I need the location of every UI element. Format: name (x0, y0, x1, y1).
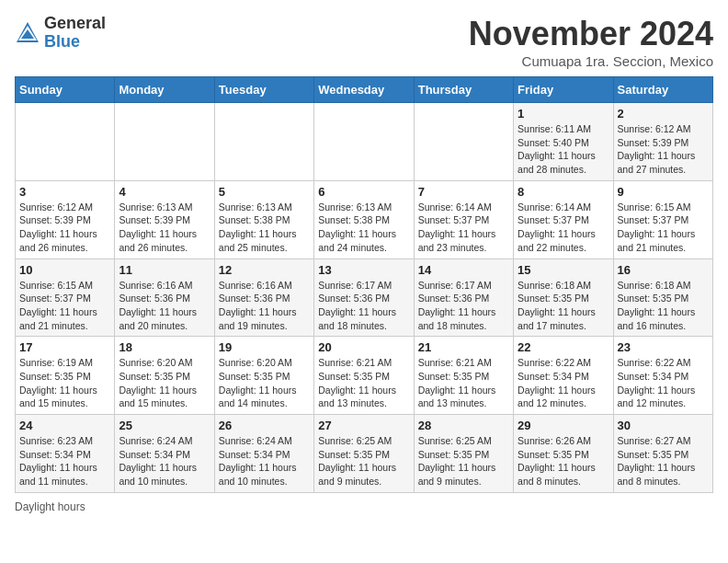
weekday-header-wednesday: Wednesday (314, 77, 414, 103)
calendar-cell: 27Sunrise: 6:25 AM Sunset: 5:35 PM Dayli… (314, 415, 414, 493)
day-info: Sunrise: 6:19 AM Sunset: 5:35 PM Dayligh… (19, 356, 110, 410)
calendar-body: 1Sunrise: 6:11 AM Sunset: 5:40 PM Daylig… (16, 103, 713, 493)
calendar-cell: 3Sunrise: 6:12 AM Sunset: 5:39 PM Daylig… (16, 180, 115, 259)
calendar-cell: 21Sunrise: 6:21 AM Sunset: 5:35 PM Dayli… (414, 337, 513, 415)
day-number: 9 (618, 185, 709, 199)
calendar-cell: 5Sunrise: 6:13 AM Sunset: 5:38 PM Daylig… (214, 180, 313, 259)
calendar-cell (16, 103, 115, 181)
day-info: Sunrise: 6:17 AM Sunset: 5:36 PM Dayligh… (318, 279, 409, 333)
day-info: Sunrise: 6:24 AM Sunset: 5:34 PM Dayligh… (119, 434, 210, 488)
calendar-cell: 10Sunrise: 6:15 AM Sunset: 5:37 PM Dayli… (16, 259, 115, 337)
day-info: Sunrise: 6:14 AM Sunset: 5:37 PM Dayligh… (518, 201, 609, 255)
day-number: 6 (318, 185, 409, 199)
calendar-cell: 12Sunrise: 6:16 AM Sunset: 5:36 PM Dayli… (214, 259, 313, 337)
calendar-cell: 1Sunrise: 6:11 AM Sunset: 5:40 PM Daylig… (514, 103, 613, 181)
calendar-cell: 8Sunrise: 6:14 AM Sunset: 5:37 PM Daylig… (514, 180, 613, 259)
calendar-cell: 4Sunrise: 6:13 AM Sunset: 5:39 PM Daylig… (115, 180, 214, 259)
calendar-cell: 24Sunrise: 6:23 AM Sunset: 5:34 PM Dayli… (16, 415, 115, 493)
calendar-cell (414, 103, 513, 181)
calendar-cell: 2Sunrise: 6:12 AM Sunset: 5:39 PM Daylig… (613, 103, 712, 181)
day-number: 16 (618, 263, 709, 277)
day-info: Sunrise: 6:27 AM Sunset: 5:35 PM Dayligh… (618, 434, 709, 488)
location-subtitle: Cumuapa 1ra. Seccion, Mexico (469, 53, 713, 69)
calendar-cell: 23Sunrise: 6:22 AM Sunset: 5:34 PM Dayli… (613, 337, 712, 415)
day-info: Sunrise: 6:25 AM Sunset: 5:35 PM Dayligh… (418, 434, 509, 488)
footer: Daylight hours (15, 500, 713, 513)
day-info: Sunrise: 6:15 AM Sunset: 5:37 PM Dayligh… (19, 279, 110, 333)
day-number: 19 (219, 340, 310, 354)
day-info: Sunrise: 6:13 AM Sunset: 5:38 PM Dayligh… (219, 201, 310, 255)
calendar-cell: 22Sunrise: 6:22 AM Sunset: 5:34 PM Dayli… (514, 337, 613, 415)
calendar-cell (314, 103, 414, 181)
calendar-cell: 28Sunrise: 6:25 AM Sunset: 5:35 PM Dayli… (414, 415, 513, 493)
title-block: November 2024 Cumuapa 1ra. Seccion, Mexi… (469, 15, 713, 69)
weekday-header-sunday: Sunday (16, 77, 115, 103)
logo-blue-text: Blue (44, 32, 80, 51)
calendar-cell: 13Sunrise: 6:17 AM Sunset: 5:36 PM Dayli… (314, 259, 414, 337)
day-info: Sunrise: 6:13 AM Sunset: 5:39 PM Dayligh… (119, 201, 210, 255)
day-number: 15 (518, 263, 609, 277)
calendar-week-row: 24Sunrise: 6:23 AM Sunset: 5:34 PM Dayli… (16, 415, 713, 493)
calendar-cell: 26Sunrise: 6:24 AM Sunset: 5:34 PM Dayli… (214, 415, 313, 493)
day-number: 27 (318, 419, 409, 432)
day-info: Sunrise: 6:20 AM Sunset: 5:35 PM Dayligh… (219, 356, 310, 410)
calendar-cell: 14Sunrise: 6:17 AM Sunset: 5:36 PM Dayli… (414, 259, 513, 337)
day-number: 8 (518, 185, 609, 199)
daylight-label: Daylight hours (15, 500, 85, 513)
day-info: Sunrise: 6:21 AM Sunset: 5:35 PM Dayligh… (418, 356, 509, 410)
day-number: 11 (119, 263, 210, 277)
calendar-cell: 19Sunrise: 6:20 AM Sunset: 5:35 PM Dayli… (214, 337, 313, 415)
day-info: Sunrise: 6:13 AM Sunset: 5:38 PM Dayligh… (318, 201, 409, 255)
day-number: 14 (418, 263, 509, 277)
month-title: November 2024 (469, 15, 713, 53)
calendar-cell: 29Sunrise: 6:26 AM Sunset: 5:35 PM Dayli… (514, 415, 613, 493)
day-info: Sunrise: 6:12 AM Sunset: 5:39 PM Dayligh… (19, 201, 110, 255)
weekday-header-friday: Friday (514, 77, 613, 103)
calendar-cell: 7Sunrise: 6:14 AM Sunset: 5:37 PM Daylig… (414, 180, 513, 259)
day-info: Sunrise: 6:23 AM Sunset: 5:34 PM Dayligh… (19, 434, 110, 488)
calendar-cell: 15Sunrise: 6:18 AM Sunset: 5:35 PM Dayli… (514, 259, 613, 337)
day-number: 5 (219, 185, 310, 199)
calendar-cell: 16Sunrise: 6:18 AM Sunset: 5:35 PM Dayli… (613, 259, 712, 337)
day-number: 28 (418, 419, 509, 432)
day-info: Sunrise: 6:16 AM Sunset: 5:36 PM Dayligh… (119, 279, 210, 333)
day-info: Sunrise: 6:18 AM Sunset: 5:35 PM Dayligh… (618, 279, 709, 333)
calendar-week-row: 17Sunrise: 6:19 AM Sunset: 5:35 PM Dayli… (16, 337, 713, 415)
day-number: 26 (219, 419, 310, 432)
weekday-header-row: SundayMondayTuesdayWednesdayThursdayFrid… (16, 77, 713, 103)
logo-icon (15, 20, 40, 46)
calendar-cell: 6Sunrise: 6:13 AM Sunset: 5:38 PM Daylig… (314, 180, 414, 259)
logo-general-text: General (44, 14, 106, 32)
page-header: General Blue November 2024 Cumuapa 1ra. … (15, 15, 713, 69)
day-info: Sunrise: 6:18 AM Sunset: 5:35 PM Dayligh… (518, 279, 609, 333)
calendar-week-row: 3Sunrise: 6:12 AM Sunset: 5:39 PM Daylig… (16, 180, 713, 259)
day-info: Sunrise: 6:15 AM Sunset: 5:37 PM Dayligh… (618, 201, 709, 255)
day-number: 18 (119, 340, 210, 354)
day-info: Sunrise: 6:22 AM Sunset: 5:34 PM Dayligh… (518, 356, 609, 410)
day-number: 7 (418, 185, 509, 199)
day-number: 10 (19, 263, 110, 277)
day-number: 23 (618, 340, 709, 354)
day-number: 21 (418, 340, 509, 354)
day-info: Sunrise: 6:11 AM Sunset: 5:40 PM Dayligh… (518, 122, 609, 177)
day-info: Sunrise: 6:12 AM Sunset: 5:39 PM Dayligh… (618, 122, 709, 177)
day-number: 4 (119, 185, 210, 199)
calendar-cell: 17Sunrise: 6:19 AM Sunset: 5:35 PM Dayli… (16, 337, 115, 415)
weekday-header-tuesday: Tuesday (214, 77, 313, 103)
day-info: Sunrise: 6:22 AM Sunset: 5:34 PM Dayligh… (618, 356, 709, 410)
day-number: 2 (618, 107, 709, 121)
calendar-cell: 25Sunrise: 6:24 AM Sunset: 5:34 PM Dayli… (115, 415, 214, 493)
weekday-header-saturday: Saturday (613, 77, 712, 103)
day-number: 17 (19, 340, 110, 354)
calendar-cell (214, 103, 313, 181)
logo: General Blue (15, 15, 106, 52)
calendar-cell (115, 103, 214, 181)
day-info: Sunrise: 6:14 AM Sunset: 5:37 PM Dayligh… (418, 201, 509, 255)
calendar-cell: 20Sunrise: 6:21 AM Sunset: 5:35 PM Dayli… (314, 337, 414, 415)
calendar-header: SundayMondayTuesdayWednesdayThursdayFrid… (16, 77, 713, 103)
day-number: 29 (518, 419, 609, 432)
day-info: Sunrise: 6:26 AM Sunset: 5:35 PM Dayligh… (518, 434, 609, 488)
day-info: Sunrise: 6:20 AM Sunset: 5:35 PM Dayligh… (119, 356, 210, 410)
day-info: Sunrise: 6:16 AM Sunset: 5:36 PM Dayligh… (219, 279, 310, 333)
day-number: 13 (318, 263, 409, 277)
